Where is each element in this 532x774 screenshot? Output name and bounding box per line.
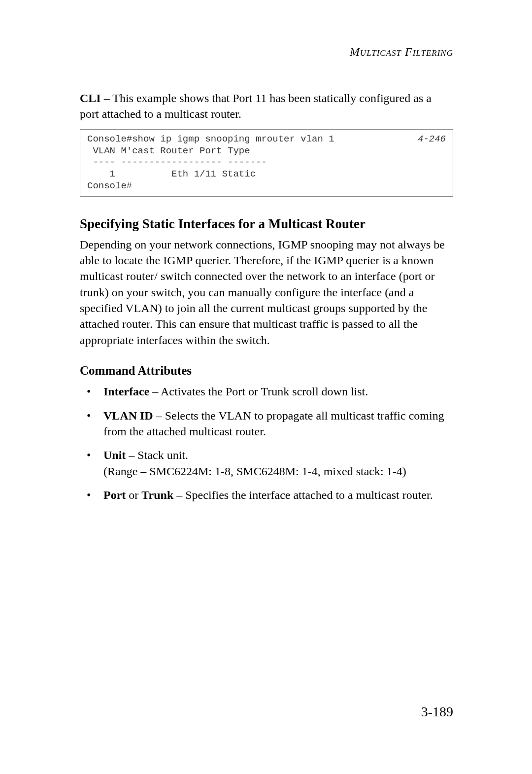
section-body: Depending on your network connections, I… <box>80 237 453 349</box>
code-body: Console#show ip igmp snooping mrouter vl… <box>87 134 334 191</box>
list-item: Unit – Stack unit. (Range – SMC6224M: 1-… <box>80 447 453 479</box>
attr-term: VLAN ID <box>103 409 153 422</box>
attr-mid: or <box>126 489 141 501</box>
section-title: Specifying Static Interfaces for a Multi… <box>80 216 453 232</box>
attr-term2: Trunk <box>141 489 173 501</box>
attrs-title: Command Attributes <box>80 364 453 378</box>
running-head: Multicast Filtering <box>80 45 453 59</box>
attr-desc: – Selects the VLAN to propagate all mult… <box>103 409 444 438</box>
page: Multicast Filtering CLI – This example s… <box>0 0 532 774</box>
intro-lead: CLI <box>80 92 101 105</box>
attr-extra: (Range – SMC6224M: 1-8, SMC6248M: 1-4, m… <box>103 465 406 478</box>
list-item: Interface – Activates the Port or Trunk … <box>80 384 453 399</box>
intro-text: – This example shows that Port 11 has be… <box>80 92 432 120</box>
list-item: VLAN ID – Selects the VLAN to propagate … <box>80 408 453 440</box>
cli-output-box: 4-246Console#show ip igmp snooping mrout… <box>80 129 453 197</box>
attrs-list: Interface – Activates the Port or Trunk … <box>80 384 453 503</box>
intro-paragraph: CLI – This example shows that Port 11 ha… <box>80 90 453 122</box>
attr-desc: – Activates the Port or Trunk scroll dow… <box>149 385 368 398</box>
attr-desc: – Stack unit. <box>126 449 188 461</box>
attr-term: Unit <box>103 449 126 461</box>
code-page-ref: 4-246 <box>418 134 446 145</box>
attr-term: Port <box>103 489 126 501</box>
attr-term: Interface <box>103 385 149 398</box>
page-number: 3-189 <box>421 704 453 720</box>
list-item: Port or Trunk – Specifies the interface … <box>80 487 453 503</box>
attr-desc: – Specifies the interface attached to a … <box>173 489 432 501</box>
